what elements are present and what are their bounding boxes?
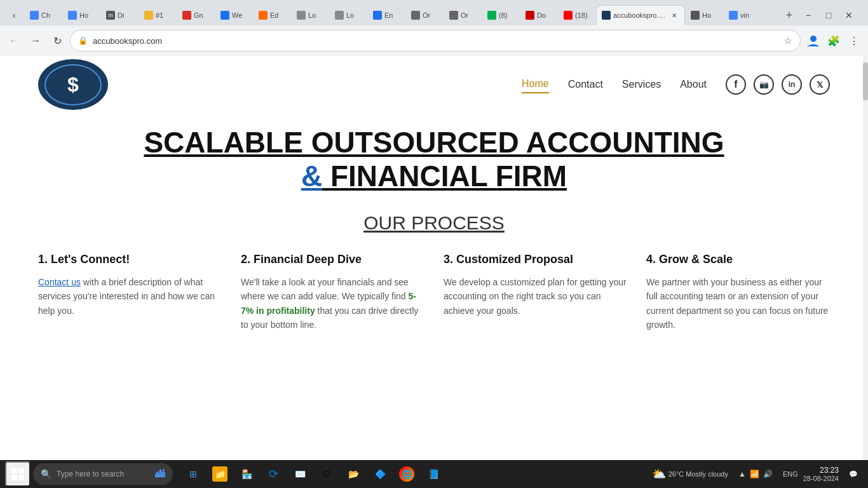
taskbar-file-explorer[interactable]: 📁 bbox=[207, 461, 233, 487]
tab-favicon-13 bbox=[487, 11, 496, 20]
process-step-2-number: 2. bbox=[241, 253, 250, 266]
contact-us-link[interactable]: Contact us bbox=[38, 277, 81, 287]
start-button[interactable] bbox=[5, 461, 31, 487]
hero-title: SCALABLE OUTSOURCED ACCOUNTING & FINANCI… bbox=[38, 126, 830, 193]
nav-link-about[interactable]: About bbox=[680, 76, 707, 93]
nav-link-contact[interactable]: Contact bbox=[568, 76, 603, 93]
logo-container: $ bbox=[38, 59, 108, 110]
browser-tab-8[interactable]: Lo bbox=[291, 5, 329, 25]
close-window-button[interactable]: ✕ bbox=[840, 6, 858, 24]
tab-favicon-14 bbox=[526, 11, 534, 20]
maximize-button[interactable]: □ bbox=[820, 6, 837, 24]
tab-title-2: Ho bbox=[79, 11, 95, 19]
browser-tab-7[interactable]: Ed bbox=[253, 5, 291, 25]
tab-favicon-4 bbox=[144, 11, 153, 20]
taskbar-task-view[interactable]: ⊞ bbox=[180, 461, 206, 487]
browser-tab-10[interactable]: En bbox=[367, 5, 405, 25]
browser-tab-15[interactable]: (18) bbox=[558, 5, 596, 25]
browser-tab-3[interactable]: m Di bbox=[100, 5, 139, 25]
browser-tab-active[interactable]: accubookspro.com ✕ bbox=[596, 5, 685, 25]
search-icon: 🔍 bbox=[41, 469, 51, 479]
scrollbar[interactable] bbox=[863, 56, 868, 460]
taskbar-edge[interactable]: ⟳ bbox=[261, 461, 286, 487]
win-logo-quad-2 bbox=[18, 468, 24, 473]
taskbar-store[interactable]: 🏪 bbox=[234, 461, 259, 487]
weather-block[interactable]: ⛅ 26°C Mostly cloudy bbox=[652, 467, 728, 481]
browser-tab-5[interactable]: Gn bbox=[177, 5, 215, 25]
taskbar-search-bar[interactable]: 🔍 Type here to search 🏙 bbox=[33, 463, 173, 485]
language-indicator[interactable]: ENG bbox=[783, 470, 798, 478]
process-step-1-heading: Let's Connect! bbox=[51, 253, 130, 266]
tab-title-7: Ed bbox=[270, 11, 285, 19]
scrollbar-thumb[interactable] bbox=[863, 62, 868, 100]
browser-tab-1[interactable]: Ch bbox=[24, 5, 62, 25]
minimize-button[interactable]: − bbox=[799, 6, 817, 24]
browser-tab-11[interactable]: Or bbox=[405, 5, 444, 25]
browser-tab-6[interactable]: We bbox=[215, 5, 253, 25]
weather-icon: ⛅ bbox=[652, 467, 666, 481]
tab-title-10: En bbox=[384, 11, 400, 19]
extensions-button[interactable]: 🧩 bbox=[825, 32, 843, 50]
process-step-4-heading: Grow & Scale bbox=[659, 253, 733, 266]
facebook-icon[interactable]: f bbox=[726, 74, 746, 95]
process-step-1-number: 1. bbox=[38, 253, 48, 266]
process-step-3-body: We develop a customized plan for getting… bbox=[444, 275, 627, 318]
files-2-icon: 📂 bbox=[346, 466, 361, 482]
new-tab-button[interactable]: + bbox=[780, 6, 798, 24]
browser-tab-17[interactable]: Ho bbox=[685, 5, 723, 25]
twitter-x-icon[interactable]: 𝕏 bbox=[810, 74, 830, 95]
browser-tab-18[interactable]: vin bbox=[723, 5, 761, 25]
process-step-1-title: 1. Let's Connect! bbox=[38, 253, 222, 266]
address-bar[interactable]: 🔒 accubookspro.com ☆ bbox=[70, 30, 801, 51]
address-bar-row: ← → ↻ 🔒 accubookspro.com ☆ 🧩 ⋮ bbox=[0, 25, 868, 56]
taskbar-app-10[interactable]: 📘 bbox=[421, 461, 446, 487]
time-block[interactable]: 23:23 28-08-2024 bbox=[803, 466, 839, 482]
section-title-our-process: OUR PROCESS bbox=[38, 212, 830, 234]
activate-windows-overlay: Activate Windows Go to Settings to activ… bbox=[567, 412, 677, 428]
volume-icon[interactable]: 🔊 bbox=[763, 470, 773, 478]
nav-links: Home Contact Services About bbox=[522, 76, 707, 93]
file-explorer-icon: 📁 bbox=[212, 466, 227, 482]
forward-button[interactable]: → bbox=[27, 32, 44, 50]
process-step-2: 2. Financial Deep Dive We'll take a look… bbox=[241, 253, 424, 332]
toolbar-icons: 🧩 ⋮ bbox=[804, 32, 863, 50]
menu-button[interactable]: ⋮ bbox=[845, 32, 863, 50]
activate-windows-title: Activate Windows bbox=[567, 412, 677, 421]
browser-tab-13[interactable]: (8) bbox=[482, 5, 520, 25]
process-step-1: 1. Let's Connect! Contact us with a brie… bbox=[38, 253, 222, 332]
tab-close-active[interactable]: ✕ bbox=[669, 10, 679, 20]
security-icon: 🛡 bbox=[319, 466, 334, 482]
browser-tab-4[interactable]: #1 bbox=[139, 5, 177, 25]
site-navigation: $ Home Contact Services About f 📷 in 𝕏 bbox=[0, 56, 868, 113]
instagram-icon[interactable]: 📷 bbox=[754, 74, 774, 95]
process-step-4: 4. Grow & Scale We partner with your bus… bbox=[646, 253, 830, 332]
activate-windows-subtitle: Go to Settings to activate Windows. bbox=[567, 421, 677, 428]
browser-tab-2[interactable]: Ho bbox=[62, 5, 100, 25]
taskbar-app-8[interactable]: 🔷 bbox=[367, 461, 393, 487]
taskbar-mail[interactable]: ✉️ bbox=[287, 461, 313, 487]
url-text: accubookspro.com bbox=[93, 36, 779, 46]
process-step-3-number: 3. bbox=[444, 253, 453, 266]
clock-date: 28-08-2024 bbox=[803, 475, 839, 482]
tab-title-11: Or bbox=[423, 11, 438, 19]
taskbar-security[interactable]: 🛡 bbox=[314, 461, 339, 487]
linkedin-icon[interactable]: in bbox=[782, 74, 802, 95]
browser-tab-14[interactable]: Do bbox=[520, 5, 558, 25]
tab-title-13: (8) bbox=[499, 11, 514, 19]
nav-link-services[interactable]: Services bbox=[622, 76, 661, 93]
taskbar-files-2[interactable]: 📂 bbox=[341, 461, 366, 487]
browser-tab-9[interactable]: Lo bbox=[329, 5, 367, 25]
profile-button[interactable] bbox=[804, 32, 822, 50]
tab-scroll-left[interactable]: ‹ bbox=[5, 6, 23, 24]
browser-tab-12[interactable]: Or bbox=[444, 5, 482, 25]
back-button[interactable]: ← bbox=[5, 32, 23, 50]
nav-link-home[interactable]: Home bbox=[522, 76, 549, 93]
network-icon[interactable]: 📶 bbox=[750, 470, 759, 478]
tray-up-icon[interactable]: ▲ bbox=[738, 470, 746, 478]
taskbar-app-9[interactable]: 🌐 bbox=[394, 461, 419, 487]
reload-button[interactable]: ↻ bbox=[48, 32, 66, 50]
taskbar-apps: ⊞ 📁 🏪 ⟳ ✉️ 🛡 📂 🔷 🌐 bbox=[180, 461, 446, 487]
bookmark-icon[interactable]: ☆ bbox=[784, 36, 792, 46]
lock-icon: 🔒 bbox=[78, 36, 88, 45]
notification-button[interactable]: 💬 bbox=[844, 464, 863, 484]
